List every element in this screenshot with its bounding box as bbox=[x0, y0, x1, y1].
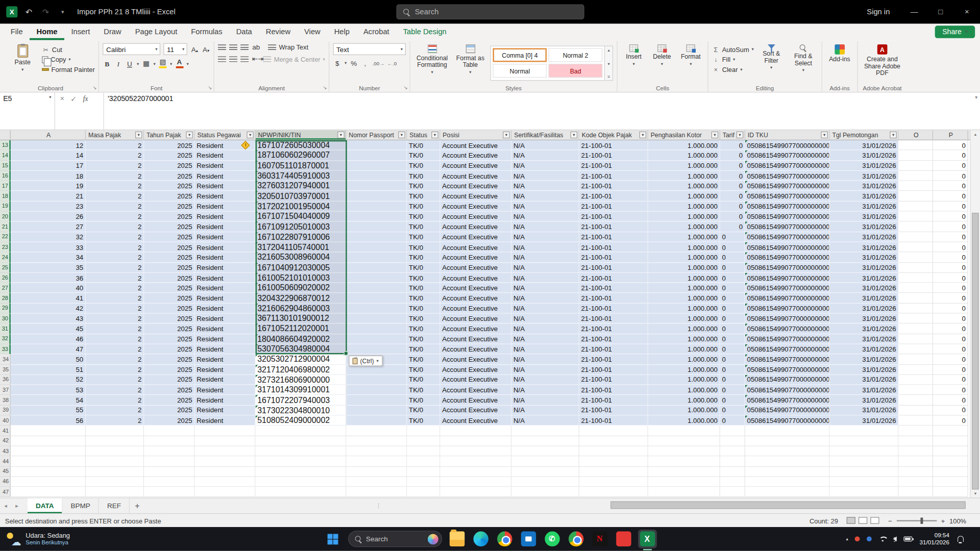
cell-peg[interactable]: Resident bbox=[195, 222, 256, 232]
cell-st[interactable]: TK/0 bbox=[407, 232, 440, 242]
italic-button[interactable]: I bbox=[114, 60, 122, 67]
share-button[interactable]: Share ▾ bbox=[935, 26, 975, 38]
cell-a[interactable]: 47 bbox=[11, 344, 86, 355]
gallery-down-icon[interactable]: ▾ bbox=[607, 61, 609, 66]
cell-masa[interactable]: 2 bbox=[86, 314, 144, 324]
cell-pos[interactable] bbox=[440, 477, 511, 487]
cell-masa[interactable]: 2 bbox=[86, 385, 144, 395]
cell-pass[interactable] bbox=[346, 191, 407, 202]
cell-a[interactable] bbox=[11, 446, 86, 457]
align-middle-icon[interactable] bbox=[230, 44, 238, 49]
cell-hasil[interactable]: 1.000.000 bbox=[648, 242, 720, 253]
cell-tahun[interactable]: 2025 bbox=[144, 293, 194, 304]
cell-tarif[interactable]: 0 bbox=[720, 406, 745, 416]
cell-pos[interactable]: Account Executive bbox=[440, 181, 511, 191]
cell-hasil[interactable]: 1.000.000 bbox=[648, 283, 720, 293]
cell-masa[interactable]: 2 bbox=[86, 140, 144, 151]
cell-tgl[interactable] bbox=[830, 477, 899, 487]
cell-o[interactable] bbox=[899, 375, 933, 385]
cell-npwp[interactable]: 3217120406980002 bbox=[256, 365, 347, 375]
tray-app-icon[interactable] bbox=[867, 536, 872, 541]
cell-kode[interactable]: 21-100-01 bbox=[579, 283, 648, 293]
cell-masa[interactable]: 2 bbox=[86, 191, 144, 202]
taskbar-app-appred[interactable] bbox=[614, 530, 633, 548]
cell-tku[interactable] bbox=[745, 487, 830, 497]
accounting-format-button[interactable]: $ bbox=[333, 60, 341, 67]
ribbon-tab-review[interactable]: Review bbox=[259, 24, 297, 40]
cell-peg[interactable] bbox=[195, 457, 256, 467]
cell-p[interactable]: 0 bbox=[933, 151, 968, 161]
cell-pass[interactable] bbox=[346, 385, 407, 395]
cell-hasil[interactable]: 1.000.000 bbox=[648, 314, 720, 324]
cell-kode[interactable]: 21-100-01 bbox=[579, 385, 648, 395]
cell-ser[interactable]: N/A bbox=[511, 212, 579, 222]
cell-p[interactable] bbox=[933, 457, 968, 467]
cell-tahun[interactable]: 2025 bbox=[144, 406, 194, 416]
cell-masa[interactable] bbox=[86, 477, 144, 487]
cell-kode[interactable]: 21-100-01 bbox=[579, 140, 648, 151]
cell-pos[interactable]: Account Executive bbox=[440, 375, 511, 385]
cell-pos[interactable] bbox=[440, 457, 511, 467]
cell-o[interactable] bbox=[899, 467, 933, 477]
cell-tahun[interactable]: 2025 bbox=[144, 151, 194, 161]
cell-tarif[interactable] bbox=[720, 446, 745, 457]
cell-tahun[interactable] bbox=[144, 457, 194, 467]
cell-hasil[interactable]: 1.000.000 bbox=[648, 304, 720, 314]
cell-st[interactable]: TK/0 bbox=[407, 171, 440, 181]
cell-pos[interactable] bbox=[440, 446, 511, 457]
cell-tgl[interactable]: 31/01/2026 bbox=[830, 151, 899, 161]
cell-hasil[interactable] bbox=[648, 446, 720, 457]
cell-ser[interactable]: N/A bbox=[511, 140, 579, 151]
cell-ser[interactable]: N/A bbox=[511, 181, 579, 191]
cell-hasil[interactable] bbox=[648, 487, 720, 497]
cell-p[interactable]: 0 bbox=[933, 202, 968, 212]
cell-hasil[interactable] bbox=[648, 436, 720, 446]
cell-st[interactable]: TK/0 bbox=[407, 304, 440, 314]
cell-hasil[interactable] bbox=[648, 426, 720, 436]
cell-peg[interactable]: Resident bbox=[195, 253, 256, 263]
cell-tarif[interactable]: 0 bbox=[720, 191, 745, 202]
cell-p[interactable]: 0 bbox=[933, 406, 968, 416]
cell-hasil[interactable]: 1.000.000 bbox=[648, 202, 720, 212]
column-header-tku[interactable]: ID TKU▾ bbox=[745, 130, 830, 139]
cell-pass[interactable] bbox=[346, 202, 407, 212]
cell-pos[interactable]: Account Executive bbox=[440, 395, 511, 406]
cell-o[interactable] bbox=[899, 242, 933, 253]
cell-peg[interactable] bbox=[195, 436, 256, 446]
cell-kode[interactable]: 21-100-01 bbox=[579, 253, 648, 263]
cell-masa[interactable]: 2 bbox=[86, 161, 144, 171]
cell-hasil[interactable]: 1.000.000 bbox=[648, 253, 720, 263]
cell-peg[interactable]: Resident bbox=[195, 406, 256, 416]
cell-o[interactable] bbox=[899, 181, 933, 191]
cell-p[interactable]: 0 bbox=[933, 344, 968, 355]
cell-p[interactable]: 0 bbox=[933, 212, 968, 222]
cell-tahun[interactable]: 2025 bbox=[144, 253, 194, 263]
dialog-launcher-icon[interactable]: ↘ bbox=[404, 85, 408, 91]
cell-pos[interactable]: Account Executive bbox=[440, 232, 511, 242]
cell-st[interactable]: TK/0 bbox=[407, 140, 440, 151]
cell-kode[interactable] bbox=[579, 487, 648, 497]
customize-qat-icon[interactable]: ▾ bbox=[57, 9, 68, 15]
cell-kode[interactable]: 21-100-01 bbox=[579, 212, 648, 222]
format-cells-button[interactable]: Format ▾ bbox=[678, 43, 704, 66]
cell-masa[interactable]: 2 bbox=[86, 416, 144, 426]
cell-kode[interactable]: 21-100-01 bbox=[579, 344, 648, 355]
cell-hasil[interactable]: 1.000.000 bbox=[648, 140, 720, 151]
cell-pass[interactable] bbox=[346, 436, 407, 446]
cell-o[interactable] bbox=[899, 171, 933, 181]
ribbon-tab-file[interactable]: File bbox=[4, 24, 30, 40]
cell-a[interactable]: 46 bbox=[11, 334, 86, 344]
cell-kode[interactable]: 21-100-01 bbox=[579, 314, 648, 324]
cell-peg[interactable]: Resident bbox=[195, 314, 256, 324]
cell-pass[interactable] bbox=[346, 253, 407, 263]
cell-kode[interactable]: 21-100-01 bbox=[579, 171, 648, 181]
cell-pass[interactable] bbox=[346, 477, 407, 487]
cell-tarif[interactable]: 0 bbox=[720, 273, 745, 283]
cell-o[interactable] bbox=[899, 273, 933, 283]
style-bad[interactable]: Bad bbox=[549, 64, 603, 78]
cell-tahun[interactable]: 2025 bbox=[144, 385, 194, 395]
cell-p[interactable]: 0 bbox=[933, 293, 968, 304]
cell-tgl[interactable]: 31/01/2026 bbox=[830, 344, 899, 355]
row-header[interactable]: 18 bbox=[0, 191, 11, 202]
page-layout-view-icon[interactable] bbox=[859, 517, 867, 523]
